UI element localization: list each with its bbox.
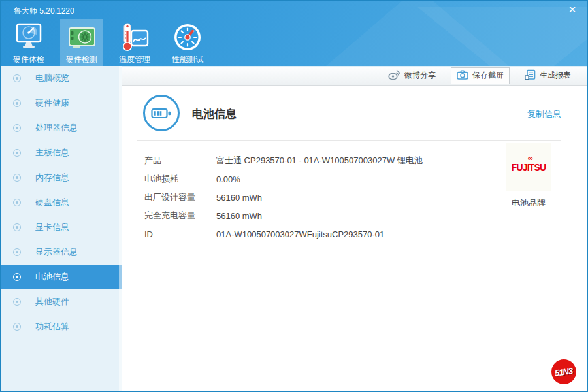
radio-icon (13, 74, 21, 82)
sidebar-item-label: 其他硬件 (35, 296, 69, 308)
tab-performance[interactable]: 性能测试 (166, 19, 209, 66)
field-row-full-charge-capacity: 完全充电容量 56160 mWh (144, 206, 587, 225)
field-value: 0.00% (216, 174, 240, 184)
generate-report-button[interactable]: 生成报表 (519, 67, 577, 85)
51n3-logo-text: 51N3 (555, 366, 574, 378)
field-row-id: ID 01A-W100507003027WFujitsuCP293570-01 (144, 225, 587, 243)
minimize-button[interactable]: ─ (542, 3, 559, 16)
sidebar-item-disk-info[interactable]: 硬盘信息 (1, 190, 122, 215)
thermometer-chart-icon (120, 22, 150, 52)
sidebar-item-motherboard-info[interactable]: 主板信息 (1, 140, 122, 165)
battery-brand-caption: 电池品牌 (506, 197, 551, 209)
gpu-card-icon (67, 22, 97, 52)
sidebar-item-label: 显示器信息 (35, 246, 78, 258)
radio-icon (13, 124, 21, 132)
field-label: 电池损耗 (144, 173, 216, 185)
weibo-icon (388, 69, 404, 82)
field-label: 完全充电容量 (144, 210, 216, 221)
sidebar-item-label: 处理器信息 (35, 122, 78, 134)
field-label: ID (144, 229, 216, 239)
fujitsu-infinity-mark: ∞ (528, 154, 533, 162)
radio-icon (13, 248, 21, 256)
page-title: 电池信息 (192, 106, 237, 122)
content-header: 电池信息 复制信息 (122, 86, 587, 140)
report-icon (525, 69, 540, 82)
tab-hardware-detect[interactable]: 硬件检测 (60, 19, 103, 66)
close-button[interactable]: ✕ (564, 3, 581, 16)
sidebar: 电脑概览 硬件健康 处理器信息 主板信息 内存信息 硬盘信息 显卡信息 显示器 (1, 66, 122, 391)
sidebar-item-label: 硬件健康 (35, 97, 69, 109)
weibo-share-button[interactable]: 微博分享 (382, 67, 442, 85)
save-screenshot-button[interactable]: 保存截屏 (451, 67, 510, 84)
battery-info-panel: 电池信息 复制信息 产品 富士通 CP293570-01 - 01A-W1005… (122, 86, 587, 391)
save-screenshot-label: 保存截屏 (472, 70, 504, 81)
sidebar-item-other-hardware[interactable]: 其他硬件 (1, 289, 122, 314)
copy-info-link[interactable]: 复制信息 (527, 108, 561, 120)
nav-tab-label: 温度管理 (119, 54, 150, 65)
header: 鲁大师 5.20.1220 ─ ✕ 硬件体检 (1, 1, 587, 66)
fujitsu-logo-text: FUJITSU (512, 162, 546, 172)
sidebar-item-label: 电池信息 (35, 271, 69, 283)
sidebar-item-computer-overview[interactable]: 电脑概览 (1, 66, 122, 91)
sidebar-item-label: 显卡信息 (35, 221, 69, 233)
51n3-logo: 51N3 (551, 359, 576, 384)
sidebar-item-label: 内存信息 (35, 172, 69, 184)
battery-brand: ∞ FUJITSU 电池品牌 (506, 143, 551, 209)
radio-icon (13, 323, 21, 331)
field-label: 出厂设计容量 (144, 191, 216, 203)
nav-tab-label: 硬件体检 (13, 54, 44, 65)
toolbar: 微博分享 保存截屏 生成报表 (122, 66, 587, 86)
sidebar-item-hardware-health[interactable]: 硬件健康 (1, 91, 122, 116)
sidebar-item-display-info[interactable]: 显示器信息 (1, 240, 122, 265)
monitor-radar-icon (14, 22, 44, 52)
sidebar-item-label: 主板信息 (35, 147, 69, 159)
radio-icon (13, 199, 21, 206)
divider (137, 140, 561, 141)
nav-tab-label: 性能测试 (172, 54, 203, 65)
sidebar-item-battery-info[interactable]: 电池信息 (1, 265, 122, 289)
radio-icon (13, 273, 21, 281)
field-value: 富士通 CP293570-01 - 01A-W100507003027W 锂电池 (216, 155, 423, 167)
sidebar-item-memory-info[interactable]: 内存信息 (1, 165, 122, 190)
battery-icon (143, 95, 180, 131)
gauge-icon (172, 22, 203, 52)
app-window: 鲁大师 5.20.1220 ─ ✕ 硬件体检 (0, 0, 588, 392)
field-label: 产品 (144, 155, 216, 167)
radio-icon (13, 223, 21, 231)
titlebar: 鲁大师 5.20.1220 ─ ✕ (1, 1, 587, 19)
field-value: 01A-W100507003027WFujitsuCP293570-01 (216, 229, 384, 239)
weibo-share-label: 微博分享 (404, 70, 436, 81)
field-value: 56160 mWh (216, 193, 262, 203)
sidebar-item-label: 硬盘信息 (35, 197, 69, 208)
camera-icon (457, 70, 472, 82)
tab-hardware-checkup[interactable]: 硬件体检 (7, 19, 50, 66)
generate-report-label: 生成报表 (540, 70, 571, 81)
nav-tab-label: 硬件检测 (66, 54, 97, 65)
fujitsu-logo: ∞ FUJITSU (506, 143, 551, 191)
sidebar-item-gpu-info[interactable]: 显卡信息 (1, 215, 122, 240)
radio-icon (13, 99, 21, 107)
sidebar-item-label: 电脑概览 (35, 73, 69, 84)
tab-temperature[interactable]: 温度管理 (113, 19, 156, 66)
radio-icon (13, 298, 21, 306)
radio-icon (13, 149, 21, 157)
app-title: 鲁大师 5.20.1220 (14, 6, 74, 17)
radio-icon (13, 174, 21, 182)
sidebar-item-label: 功耗估算 (35, 321, 69, 333)
sidebar-item-power-estimate[interactable]: 功耗估算 (1, 314, 122, 339)
field-value: 56160 mWh (216, 211, 262, 221)
nav-tabs: 硬件体检 (7, 19, 219, 66)
sidebar-item-cpu-info[interactable]: 处理器信息 (1, 116, 122, 140)
